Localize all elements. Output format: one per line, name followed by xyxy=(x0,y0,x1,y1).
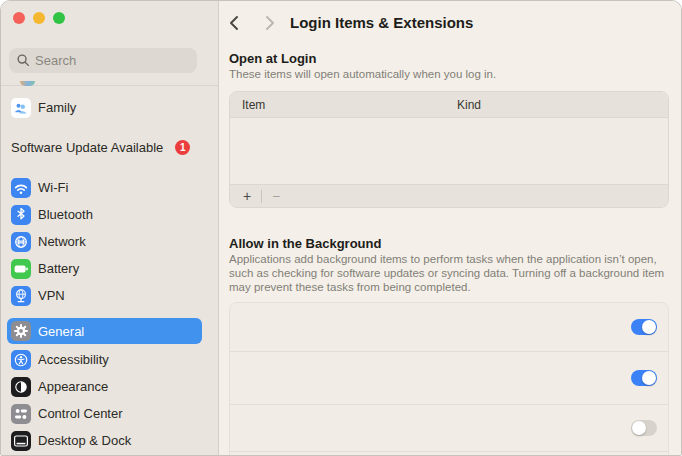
sidebar-item-control-center[interactable]: Control Center xyxy=(7,400,202,427)
chevron-right-icon xyxy=(259,13,279,33)
sidebar-item-appearance[interactable]: Appearance xyxy=(7,373,202,400)
sidebar-item-label: VPN xyxy=(38,288,65,303)
family-icon xyxy=(11,98,31,118)
sidebar-divider xyxy=(1,85,218,86)
open-at-login-heading: Open at Login xyxy=(229,51,316,66)
sidebar-item-accessibility[interactable]: Accessibility xyxy=(7,346,202,373)
sidebar-item-desktop-dock[interactable]: Desktop & Dock xyxy=(7,427,202,454)
login-items-table: Item Kind + − xyxy=(229,91,669,208)
sidebar-item-label: Software Update Available xyxy=(11,140,163,155)
gear-icon xyxy=(11,321,31,341)
background-item-toggle[interactable] xyxy=(631,370,657,386)
table-footer: + − xyxy=(230,184,668,207)
sidebar-item-label: Network xyxy=(38,234,86,249)
sidebar-item-label: Wi-Fi xyxy=(38,180,68,195)
sidebar-item-battery[interactable]: Battery xyxy=(7,255,202,282)
background-item-row[interactable] xyxy=(230,303,668,352)
minimize-button[interactable] xyxy=(33,12,45,24)
table-body-empty[interactable] xyxy=(230,118,668,184)
window-controls xyxy=(13,12,65,24)
sidebar-item-family[interactable]: Family xyxy=(7,94,202,121)
chevron-left-icon xyxy=(225,13,245,33)
forward-button[interactable] xyxy=(259,13,279,33)
sidebar-item-network[interactable]: Network xyxy=(7,228,202,255)
button-divider xyxy=(261,190,262,203)
add-login-item-button[interactable]: + xyxy=(236,187,258,205)
sidebar-item-vpn[interactable]: VPN xyxy=(7,282,202,309)
background-item-toggle[interactable] xyxy=(631,420,657,436)
background-item-toggle[interactable] xyxy=(631,319,657,335)
allow-background-description: Applications add background items to per… xyxy=(229,252,673,294)
background-items-card xyxy=(229,302,669,456)
vpn-globe-icon xyxy=(11,286,31,306)
sidebar-item-bluetooth[interactable]: Bluetooth xyxy=(7,201,202,228)
toggle-knob xyxy=(632,421,646,435)
sidebar-item-label: Control Center xyxy=(38,406,123,421)
sidebar-item-wifi[interactable]: Wi-Fi xyxy=(7,174,202,201)
sidebar-item-label: Accessibility xyxy=(38,352,109,367)
search-input[interactable] xyxy=(9,48,197,73)
sidebar: Family Software Update Available 1 Wi-Fi… xyxy=(1,1,219,455)
desktop-dock-icon xyxy=(11,431,31,451)
sidebar-item-label: Bluetooth xyxy=(38,207,93,222)
background-item-row[interactable] xyxy=(230,352,668,405)
sidebar-item-label: Desktop & Dock xyxy=(38,433,131,448)
background-item-row-partial xyxy=(230,452,668,456)
sidebar-item-label: Family xyxy=(38,100,76,115)
sidebar-item-label: Appearance xyxy=(38,379,108,394)
accessibility-icon xyxy=(11,350,31,370)
table-header-row: Item Kind xyxy=(230,92,668,118)
remove-login-item-button[interactable]: − xyxy=(265,187,287,205)
close-button[interactable] xyxy=(13,12,25,24)
main-panel: Login Items & Extensions Open at Login T… xyxy=(219,1,681,455)
sidebar-item-label: Battery xyxy=(38,261,79,276)
allow-background-heading: Allow in the Background xyxy=(229,236,381,251)
network-globe-icon xyxy=(11,232,31,252)
zoom-button[interactable] xyxy=(53,12,65,24)
sidebar-item-label: General xyxy=(38,324,84,339)
toggle-knob xyxy=(642,371,656,385)
update-count-badge: 1 xyxy=(175,140,190,155)
system-settings-window: Family Software Update Available 1 Wi-Fi… xyxy=(0,0,682,456)
battery-icon xyxy=(11,259,31,279)
column-header-kind: Kind xyxy=(445,98,668,112)
back-button[interactable] xyxy=(225,13,245,33)
page-title: Login Items & Extensions xyxy=(290,14,473,31)
column-header-item: Item xyxy=(230,98,445,112)
open-at-login-description: These items will open automatically when… xyxy=(229,67,673,81)
appearance-icon xyxy=(11,377,31,397)
toggle-knob xyxy=(642,320,656,334)
bluetooth-icon xyxy=(11,205,31,225)
sidebar-item-software-update[interactable]: Software Update Available 1 xyxy=(7,134,202,161)
wifi-icon xyxy=(11,178,31,198)
background-item-row[interactable] xyxy=(230,405,668,452)
sidebar-item-general[interactable]: General xyxy=(7,318,202,344)
control-center-icon xyxy=(11,404,31,424)
